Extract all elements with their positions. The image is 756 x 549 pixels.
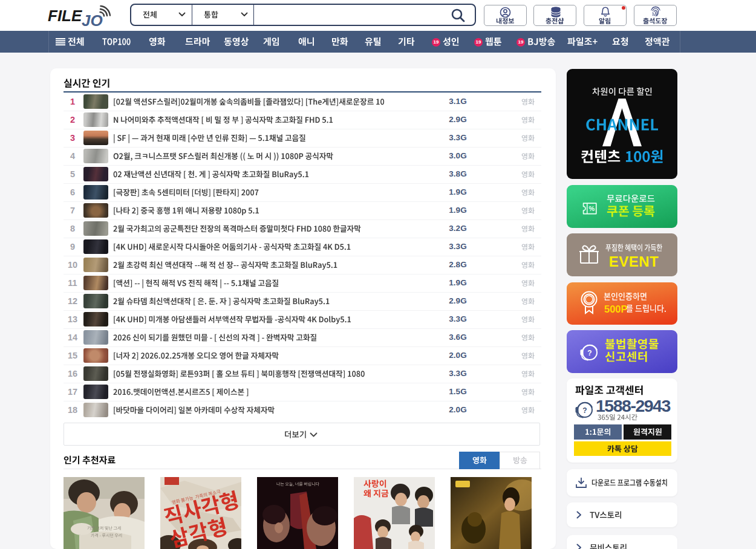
svg-text:%: % [589,205,595,212]
svg-text:?: ? [587,349,591,357]
svg-text:?: ? [582,406,587,415]
